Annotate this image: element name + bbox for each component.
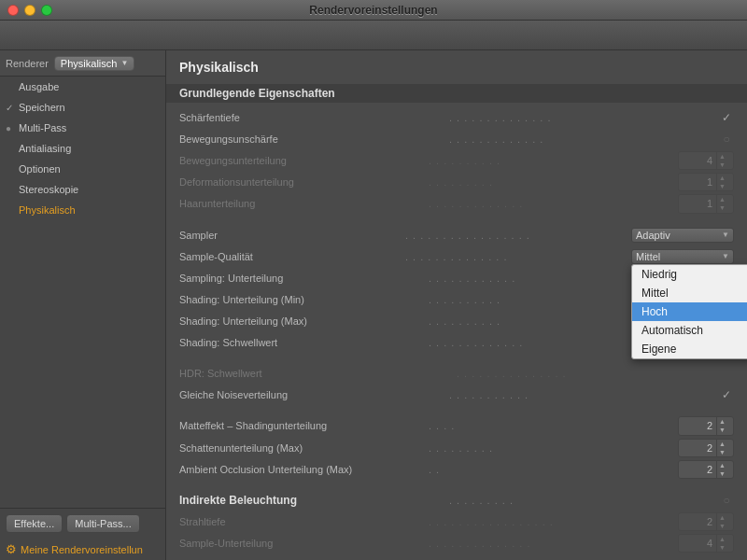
spinner-input[interactable]: [679, 175, 716, 189]
prop-row-bewegungsunterteilung: Bewegungsunterteilung . . . . . . . . . …: [179, 151, 734, 170]
prop-label-schaerfe: Schärfentiefe: [179, 112, 445, 123]
sidebar-footer: Effekte... Multi-Pass...: [0, 508, 165, 539]
prop-label-sampling-unterteilung: Sampling: Unterteilung: [179, 273, 425, 284]
spinner-down-icon[interactable]: ▼: [717, 161, 727, 169]
minimize-button[interactable]: [24, 5, 35, 16]
spinner-down-icon[interactable]: ▼: [717, 426, 727, 434]
bewegungsunterteilung-spinner[interactable]: ▲ ▼: [678, 151, 734, 170]
bewegung-check[interactable]: ○: [719, 132, 734, 147]
sidebar-item-optionen[interactable]: Optionen: [0, 159, 165, 179]
noise-check[interactable]: ✓: [719, 387, 734, 402]
prop-label-indirekte: Indirekte Beleuchtung: [179, 494, 445, 507]
dots: . . . . . . . . .: [449, 495, 715, 506]
spinner-up-icon: ▲: [717, 535, 727, 543]
spinner-arrows: ▲ ▼: [716, 535, 727, 552]
chevron-down-icon: ▼: [722, 252, 729, 260]
maximize-button[interactable]: [41, 5, 52, 16]
prop-label-sample-unterteilung: Sample-Unterteilung: [179, 538, 425, 549]
dots: . . . .: [429, 420, 674, 431]
dots: . . . . . . . . . . . . . .: [449, 112, 715, 123]
prop-row-deformation: Deformationsunterteilung . . . . . . . .…: [179, 173, 734, 191]
prop-label-sample-qualitaet: Sample-Qualität: [179, 251, 402, 262]
prop-label-deformation: Deformationsunterteilung: [179, 176, 425, 188]
titlebar: Rendervoreinstellungen: [0, 0, 747, 21]
sampler-value: Adaptiv: [636, 230, 670, 241]
dropdown-item-hoch[interactable]: Hoch: [632, 302, 747, 321]
ambient-spinner[interactable]: ▲ ▼: [678, 460, 734, 479]
prop-row-hdr: HDR: Schwellwert . . . . . . . . . . . .…: [179, 364, 734, 383]
prop-label-bewegung: Bewegungsunschärfe: [179, 133, 445, 145]
dropdown-item-eigene[interactable]: Eigene: [632, 340, 747, 358]
spinner-up-icon[interactable]: ▲: [717, 440, 727, 448]
spinner-arrows: ▲ ▼: [716, 195, 727, 212]
dots: . . . . . . . . .: [429, 176, 674, 188]
spinner-input[interactable]: [679, 154, 716, 167]
prop-label-shading-max: Shading: Unterteilung (Max): [179, 315, 425, 327]
strahltiefe-spinner: ▲ ▼: [678, 512, 734, 531]
sample-unterteilung-spinner: ▲ ▼: [678, 534, 734, 553]
spinner-input[interactable]: [679, 463, 716, 476]
renderer-dropdown[interactable]: Physikalisch ▼: [54, 56, 134, 71]
spinner-up-icon[interactable]: ▲: [717, 195, 727, 203]
dropdown-item-niedrig[interactable]: Niedrig: [632, 265, 747, 284]
spinner-input[interactable]: [679, 419, 716, 432]
sample-qualitaet-menu: Niedrig Mittel Hoch Automatisch Eigene: [631, 264, 747, 359]
dropdown-item-mittel[interactable]: Mittel: [632, 284, 747, 302]
spinner-down-icon[interactable]: ▼: [717, 448, 727, 456]
sidebar-item-stereoskopie[interactable]: Stereoskopie: [0, 179, 165, 200]
prop-label-bewegungsunterteilung: Bewegungsunterteilung: [179, 155, 425, 166]
sidebar-item-physikalisch[interactable]: Physikalisch: [0, 200, 165, 220]
spinner-down-icon[interactable]: ▼: [717, 469, 727, 478]
spinner-arrows: ▲ ▼: [716, 461, 727, 478]
dots: . . . . . . . . . . . . .: [449, 133, 715, 145]
renderer-label: Renderer: [6, 58, 49, 69]
haar-spinner[interactable]: ▲ ▼: [678, 194, 734, 213]
multipass-button[interactable]: Multi-Pass...: [66, 514, 140, 533]
sampler-select[interactable]: Adaptiv ▼: [631, 228, 734, 243]
content-title: Physikalisch: [179, 60, 734, 75]
prop-label-ambient: Ambient Occlusion Unterteilung (Max): [179, 464, 425, 475]
dots: . . . . . . . . . . .: [449, 389, 715, 400]
spinner-input[interactable]: [679, 197, 716, 210]
main-layout: Renderer Physikalisch ▼ Ausgabe ✓ Speich…: [0, 50, 747, 560]
dots: . . . . . . . . . . . . . . . . .: [405, 230, 627, 241]
indirekte-check[interactable]: ○: [719, 493, 734, 508]
close-button[interactable]: [7, 5, 19, 16]
spinner-up-icon[interactable]: ▲: [717, 152, 727, 161]
sidebar-items: Ausgabe ✓ Speichern ● Multi-Pass Antiali…: [0, 77, 165, 508]
chevron-down-icon: ▼: [722, 231, 729, 239]
dots: . .: [429, 464, 674, 475]
sidebar-item-label: Multi-Pass: [19, 122, 66, 133]
prop-label-shading-schwellwert: Shading: Schwellwert: [179, 337, 425, 348]
prop-row-schaerfe: Schärfentiefe . . . . . . . . . . . . . …: [179, 108, 734, 127]
spinner-up-icon[interactable]: ▲: [717, 461, 727, 469]
spinner-down-icon[interactable]: ▼: [717, 182, 727, 190]
spinner-arrows: ▲ ▼: [716, 417, 727, 434]
spinner-down-icon[interactable]: ▼: [717, 203, 727, 212]
sidebar-item-label: Ausgabe: [19, 81, 59, 92]
sidebar-item-speichern[interactable]: ✓ Speichern: [0, 97, 165, 118]
spinner-arrows: ▲ ▼: [716, 513, 727, 530]
schaerfe-check[interactable]: ✓: [719, 110, 734, 125]
sidebar-preset[interactable]: ⚙ Meine Rendervoreinstellun: [0, 539, 165, 560]
dots: . . . . . . . . . . . . .: [429, 198, 674, 209]
schatten-spinner[interactable]: ▲ ▼: [678, 439, 734, 457]
prop-row-bewegung: Bewegungsunschärfe . . . . . . . . . . .…: [179, 130, 734, 148]
deformation-spinner[interactable]: ▲ ▼: [678, 173, 734, 191]
spinner-up-icon[interactable]: ▲: [717, 417, 727, 426]
matteffekt-spinner[interactable]: ▲ ▼: [678, 416, 734, 435]
spinner-input: [679, 515, 716, 528]
effekte-button[interactable]: Effekte...: [6, 514, 63, 533]
sidebar-item-antialiasing[interactable]: Antialiasing: [0, 138, 165, 159]
dots: . . . . . . . . . . . . . .: [405, 251, 627, 262]
spinner-up-icon[interactable]: ▲: [717, 174, 727, 182]
spinner-input[interactable]: [679, 441, 716, 455]
dropdown-item-automatisch[interactable]: Automatisch: [632, 321, 747, 340]
check-icon: ✓: [6, 103, 13, 113]
gear-icon: ⚙: [6, 542, 17, 556]
sample-qualitaet-select[interactable]: Mittel ▼: [631, 249, 734, 264]
sidebar-item-multipass[interactable]: ● Multi-Pass: [0, 118, 165, 138]
prop-label-sampler: Sampler: [179, 230, 402, 241]
sidebar-item-ausgabe[interactable]: Ausgabe: [0, 77, 165, 97]
prop-row-haar: Haarunterteilung . . . . . . . . . . . .…: [179, 194, 734, 213]
